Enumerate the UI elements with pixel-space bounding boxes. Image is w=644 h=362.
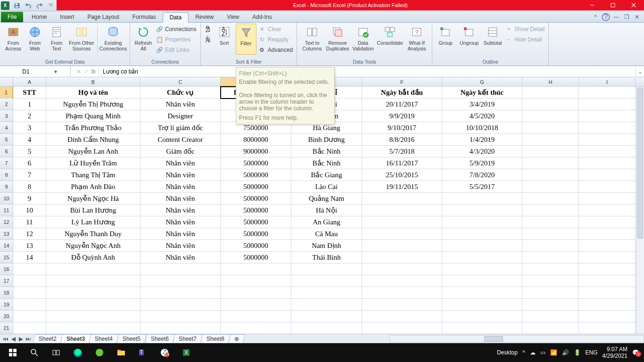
window-minimize-icon[interactable]: — (612, 13, 620, 21)
cell-I6[interactable] (579, 146, 636, 157)
help-icon[interactable]: ? (602, 13, 610, 21)
cell-D13[interactable]: 5000000 (221, 228, 291, 240)
cell-C17[interactable] (140, 275, 221, 287)
cell-I1[interactable] (579, 87, 636, 99)
cell-E15[interactable]: Thái Bình (291, 252, 362, 263)
tab-file[interactable]: File (1, 12, 23, 22)
from-text-button[interactable]: From Text (46, 24, 67, 55)
cell-G3[interactable]: 4/5/2020 (442, 110, 522, 122)
cell-A14[interactable]: 13 (13, 240, 46, 252)
cell-E18[interactable] (291, 287, 362, 299)
cell-D14[interactable]: 5000000 (221, 240, 291, 252)
cell-A1[interactable]: STT (13, 87, 46, 99)
cell-E7[interactable]: Bắc Ninh (291, 157, 362, 169)
cell-I20[interactable] (579, 311, 636, 322)
cell-G11[interactable] (442, 205, 522, 216)
cell-A20[interactable] (13, 311, 46, 322)
cell-G9[interactable]: 5/5/2017 (442, 181, 522, 193)
cell-A11[interactable]: 10 (13, 205, 46, 216)
cell-F1[interactable]: Ngày bắt đầu (362, 87, 442, 99)
cell-B13[interactable]: Nguyễn Thanh Duy (46, 228, 140, 240)
cell-G20[interactable] (442, 311, 522, 322)
clear-button[interactable]: ✕Clear (257, 25, 294, 34)
row-header-4[interactable]: 4 (0, 122, 13, 134)
properties-button[interactable]: 📋Properties (155, 35, 198, 44)
cell-G16[interactable] (442, 263, 522, 275)
start-button[interactable] (2, 343, 24, 362)
tray-notifications-icon[interactable]: 💬3 (632, 349, 639, 356)
cell-D18[interactable] (221, 287, 291, 299)
column-header-C[interactable]: C (140, 77, 221, 87)
cell-C11[interactable]: Nhân viên (140, 205, 221, 216)
row-header-6[interactable]: 6 (0, 146, 13, 157)
cell-H19[interactable] (522, 299, 579, 311)
cell-F10[interactable] (362, 193, 442, 205)
cell-C19[interactable] (140, 299, 221, 311)
cell-I5[interactable] (579, 134, 636, 146)
cell-B11[interactable]: Bùi Lan Hương (46, 205, 140, 216)
cell-A2[interactable]: 1 (13, 99, 46, 110)
cell-B3[interactable]: Phạm Quang Minh (46, 110, 140, 122)
close-button[interactable] (623, 0, 644, 10)
row-header-8[interactable]: 8 (0, 169, 13, 181)
tab-formulas[interactable]: Formulas (126, 12, 163, 22)
cell-C14[interactable]: Nhân viên (140, 240, 221, 252)
column-header-J[interactable]: J (636, 77, 644, 87)
sheet-tab-Sheet8[interactable]: Sheet8 (200, 334, 231, 343)
cell-A10[interactable]: 9 (13, 193, 46, 205)
cell-I9[interactable] (579, 181, 636, 193)
tab-insert[interactable]: Insert (53, 12, 81, 22)
cell-C10[interactable]: Nhân viên (140, 193, 221, 205)
cell-G2[interactable]: 3/4/2019 (442, 99, 522, 110)
row-header-3[interactable]: 3 (0, 110, 13, 122)
formula-input[interactable] (99, 68, 636, 75)
cell-D10[interactable]: 5000000 (221, 193, 291, 205)
cell-F19[interactable] (362, 299, 442, 311)
name-box-input[interactable] (0, 68, 52, 75)
cell-A3[interactable]: 2 (13, 110, 46, 122)
edge-icon[interactable] (67, 343, 89, 362)
sheet-tab-Sheet3[interactable]: Sheet3 (60, 334, 91, 343)
cell-E19[interactable] (291, 299, 362, 311)
cell-A9[interactable]: 8 (13, 181, 46, 193)
cell-I10[interactable] (579, 193, 636, 205)
tab-page-layout[interactable]: Page Layout (81, 12, 125, 22)
cell-E10[interactable]: Quảng Nam (291, 193, 362, 205)
cell-D15[interactable]: 5000000 (221, 252, 291, 263)
cell-D6[interactable]: 9000000 (221, 146, 291, 157)
cell-G4[interactable]: 10/10/2018 (442, 122, 522, 134)
cell-G5[interactable]: 1/4/2019 (442, 134, 522, 146)
sheet-tab-Sheet7[interactable]: Sheet7 (173, 334, 203, 343)
minimize-ribbon-icon[interactable]: ^ (591, 13, 600, 21)
tab-data[interactable]: Data (163, 12, 189, 23)
tab-addins[interactable]: Add-Ins (246, 12, 278, 22)
column-header-G[interactable]: G (442, 77, 522, 87)
cancel-formula-icon[interactable]: ✕ (76, 68, 81, 75)
from-other-sources-button[interactable]: From Other Sources (68, 24, 95, 55)
cell-H11[interactable] (522, 205, 579, 216)
advanced-button[interactable]: ⚙Advanced (257, 45, 294, 55)
cell-F4[interactable]: 9/10/2017 (362, 122, 442, 134)
edit-links-button[interactable]: 🔗Edit Links (155, 45, 198, 55)
cell-G7[interactable]: 5/9/2019 (442, 157, 522, 169)
cell-B18[interactable] (46, 287, 140, 299)
existing-connections-button[interactable]: Existing Connections (99, 24, 127, 55)
cell-A7[interactable]: 6 (13, 157, 46, 169)
cell-C2[interactable]: Nhân viên (140, 99, 221, 110)
cell-D20[interactable] (221, 311, 291, 322)
cell-A19[interactable] (13, 299, 46, 311)
redo-icon[interactable] (34, 1, 45, 10)
cell-F21[interactable] (362, 322, 442, 334)
data-validation-button[interactable]: Data Validation (351, 24, 375, 55)
cell-H3[interactable] (522, 110, 579, 122)
cell-H14[interactable] (522, 240, 579, 252)
cell-F3[interactable]: 9/9/2019 (362, 110, 442, 122)
window-restore-icon[interactable]: ❐ (622, 13, 631, 21)
cell-D5[interactable]: 8000000 (221, 134, 291, 146)
sheet-nav-last-icon[interactable]: ⏭ (25, 336, 32, 342)
cell-H7[interactable] (522, 157, 579, 169)
from-web-button[interactable]: From Web (25, 24, 45, 55)
app-icon-1[interactable] (89, 343, 110, 362)
cell-H2[interactable] (522, 99, 579, 110)
filter-button[interactable]: Filter (236, 24, 256, 55)
